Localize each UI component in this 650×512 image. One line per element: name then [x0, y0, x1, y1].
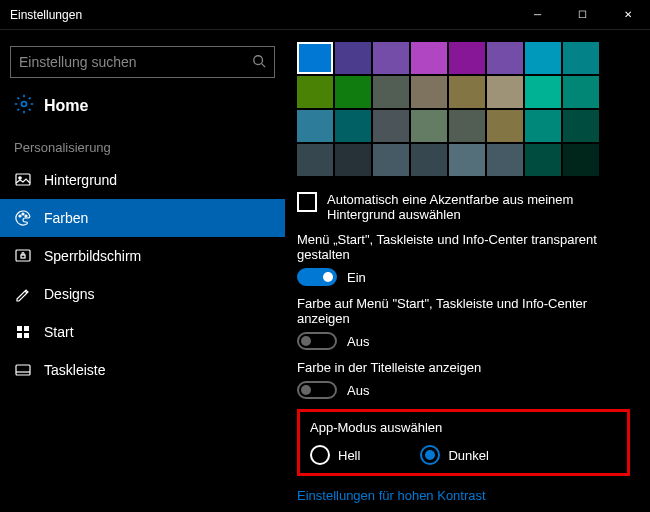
- svg-point-7: [25, 215, 27, 217]
- color-swatch[interactable]: [487, 144, 523, 176]
- appmode-dark[interactable]: Dunkel: [420, 445, 488, 465]
- showcolor-toggle[interactable]: [297, 332, 337, 350]
- color-swatch[interactable]: [563, 144, 599, 176]
- accent-auto-label: Automatisch eine Akzentfarbe aus meinem …: [327, 192, 630, 222]
- svg-point-2: [22, 102, 27, 107]
- color-swatch[interactable]: [335, 144, 371, 176]
- color-swatch[interactable]: [449, 144, 485, 176]
- titlebarcolor-toggle[interactable]: [297, 381, 337, 399]
- designs-icon: [14, 285, 32, 303]
- sidebar-item-label: Hintergrund: [44, 172, 117, 188]
- svg-rect-11: [24, 326, 29, 331]
- titlebar: Einstellungen ─ ☐ ✕: [0, 0, 650, 30]
- showcolor-state: Aus: [347, 334, 369, 349]
- titlebarcolor-title: Farbe in der Titelleiste anzeigen: [297, 360, 630, 375]
- svg-rect-3: [16, 174, 30, 185]
- maximize-button[interactable]: ☐: [560, 0, 605, 30]
- sidebar-item-hintergrund[interactable]: Hintergrund: [0, 161, 285, 199]
- window-title: Einstellungen: [10, 8, 515, 22]
- color-swatch[interactable]: [525, 110, 561, 142]
- home-label: Home: [44, 97, 88, 115]
- sidebar-item-start[interactable]: Start: [0, 313, 285, 351]
- search-input[interactable]: Einstellung suchen: [10, 46, 275, 78]
- svg-rect-14: [16, 365, 30, 375]
- sidebar-item-label: Start: [44, 324, 74, 340]
- sidebar-item-label: Taskleiste: [44, 362, 105, 378]
- transparent-state: Ein: [347, 270, 366, 285]
- svg-point-5: [19, 215, 21, 217]
- color-swatch[interactable]: [335, 110, 371, 142]
- color-swatch[interactable]: [563, 42, 599, 74]
- color-swatch[interactable]: [487, 110, 523, 142]
- color-swatch[interactable]: [297, 76, 333, 108]
- color-swatch[interactable]: [373, 110, 409, 142]
- radio-icon: [420, 445, 440, 465]
- appmode-title: App-Modus auswählen: [310, 420, 617, 435]
- sidebar: Einstellung suchen Home Personalisierung…: [0, 30, 285, 512]
- color-swatch[interactable]: [297, 144, 333, 176]
- color-swatch[interactable]: [563, 76, 599, 108]
- sidebar-item-designs[interactable]: Designs: [0, 275, 285, 313]
- sidebar-item-label: Sperrbildschirm: [44, 248, 141, 264]
- section-header: Personalisierung: [0, 128, 285, 161]
- contrast-link[interactable]: Einstellungen für hohen Kontrast: [297, 488, 630, 503]
- svg-rect-13: [24, 333, 29, 338]
- color-swatch[interactable]: [411, 144, 447, 176]
- color-swatch[interactable]: [449, 76, 485, 108]
- color-swatch[interactable]: [335, 76, 371, 108]
- color-swatch[interactable]: [373, 42, 409, 74]
- color-swatch[interactable]: [525, 42, 561, 74]
- appmode-highlight: App-Modus auswählen Hell Dunkel: [297, 409, 630, 476]
- appmode-light-label: Hell: [338, 448, 360, 463]
- sperrbildschirm-icon: [14, 247, 32, 265]
- gear-icon: [14, 94, 34, 118]
- svg-rect-10: [17, 326, 22, 331]
- svg-point-4: [19, 177, 21, 179]
- hintergrund-icon: [14, 171, 32, 189]
- color-swatch[interactable]: [411, 42, 447, 74]
- close-button[interactable]: ✕: [605, 0, 650, 30]
- farben-icon: [14, 209, 32, 227]
- minimize-button[interactable]: ─: [515, 0, 560, 30]
- titlebarcolor-state: Aus: [347, 383, 369, 398]
- accent-auto-checkbox[interactable]: [297, 192, 317, 212]
- color-swatch[interactable]: [449, 42, 485, 74]
- appmode-dark-label: Dunkel: [448, 448, 488, 463]
- sidebar-item-taskleiste[interactable]: Taskleiste: [0, 351, 285, 389]
- color-swatch[interactable]: [487, 76, 523, 108]
- sidebar-item-sperrbildschirm[interactable]: Sperrbildschirm: [0, 237, 285, 275]
- color-swatch[interactable]: [373, 76, 409, 108]
- transparent-toggle[interactable]: [297, 268, 337, 286]
- search-icon: [252, 54, 266, 71]
- sidebar-item-farben[interactable]: Farben: [0, 199, 285, 237]
- svg-point-6: [22, 213, 24, 215]
- svg-point-0: [254, 55, 263, 64]
- color-swatch[interactable]: [335, 42, 371, 74]
- start-icon: [14, 323, 32, 341]
- color-swatch[interactable]: [411, 110, 447, 142]
- search-placeholder: Einstellung suchen: [19, 54, 137, 70]
- color-swatch[interactable]: [373, 144, 409, 176]
- color-swatch[interactable]: [487, 42, 523, 74]
- transparent-title: Menü „Start", Taskleiste und Info-Center…: [297, 232, 630, 262]
- color-swatch[interactable]: [525, 144, 561, 176]
- color-swatch[interactable]: [449, 110, 485, 142]
- appmode-light[interactable]: Hell: [310, 445, 360, 465]
- showcolor-title: Farbe auf Menü "Start", Taskleiste und I…: [297, 296, 630, 326]
- radio-icon: [310, 445, 330, 465]
- color-swatch[interactable]: [563, 110, 599, 142]
- taskleiste-icon: [14, 361, 32, 379]
- sidebar-item-label: Designs: [44, 286, 95, 302]
- sidebar-item-label: Farben: [44, 210, 88, 226]
- color-palette: [297, 42, 630, 176]
- svg-rect-12: [17, 333, 22, 338]
- svg-line-1: [262, 63, 266, 67]
- home-nav[interactable]: Home: [0, 84, 285, 128]
- content: Automatisch eine Akzentfarbe aus meinem …: [285, 30, 650, 512]
- color-swatch[interactable]: [411, 76, 447, 108]
- svg-rect-9: [21, 255, 25, 258]
- color-swatch[interactable]: [297, 42, 333, 74]
- color-swatch[interactable]: [525, 76, 561, 108]
- color-swatch[interactable]: [297, 110, 333, 142]
